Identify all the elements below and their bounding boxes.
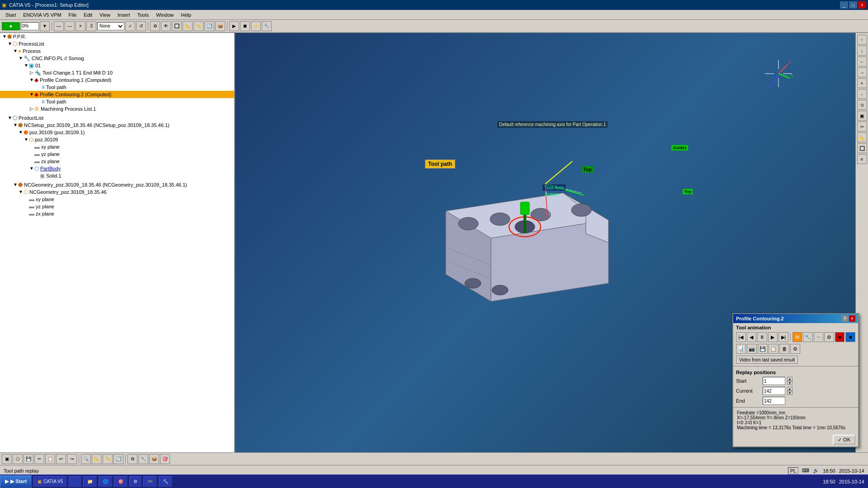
tree-poz2[interactable]: ▼ ⬡ poz.30109 xyxy=(0,136,234,143)
tree-ppr[interactable]: ▼ ⬟ P.P.R. xyxy=(0,33,234,40)
rt-btn-3[interactable]: ← xyxy=(857,56,867,66)
expander-ncsetup[interactable]: ▼ xyxy=(13,122,18,128)
bt-btn-4[interactable]: ✂ xyxy=(34,454,44,464)
btn-camera[interactable]: 📷 xyxy=(747,344,757,354)
bt-btn-3[interactable]: 💾 xyxy=(24,454,33,464)
current-spin-down[interactable]: ▼ xyxy=(787,391,793,395)
menu-enovia[interactable]: ENOVIA V5 VPM xyxy=(19,11,65,19)
bt-btn-6[interactable]: ↩ xyxy=(56,454,66,464)
expander-cncinfo[interactable]: ▼ xyxy=(18,56,24,61)
expander-profile1[interactable]: ▼ xyxy=(29,77,34,83)
expander-toolchange[interactable]: ▷ xyxy=(29,70,34,75)
anim-prev[interactable]: ◀ xyxy=(747,332,757,342)
tb-btn-cancel2[interactable]: ↺ xyxy=(136,21,146,31)
tree-profile2[interactable]: ▼ ◆ Profile Contouring.2 (Computed) xyxy=(0,91,234,98)
tb-nc4[interactable]: 🔧 xyxy=(262,21,272,31)
bt-btn-11[interactable]: 🔄 xyxy=(113,454,123,464)
tree-productlist[interactable]: ▼ ⬡ ProductList xyxy=(0,114,234,122)
start-spin-up[interactable]: ▲ xyxy=(787,377,793,381)
tree-ncgeom[interactable]: ▼ ⬟ NCGeometry_poz.30109_18.35.46 (NCGeo… xyxy=(0,181,234,188)
tree-toolpath1[interactable]: ≡ Tool path xyxy=(0,84,234,91)
tree-machining[interactable]: ▷ ⚙ Machining Process List.1 xyxy=(0,105,234,113)
bt-btn-14[interactable]: 📦 xyxy=(149,454,159,464)
dialog-help-btn[interactable]: ? xyxy=(842,315,848,322)
rt-btn-9[interactable]: ✂ xyxy=(857,122,867,131)
menu-start[interactable]: Start xyxy=(2,11,19,19)
taskbar-catia[interactable]: ▣ CATIA V5 xyxy=(33,476,67,487)
tree-process[interactable]: ▼ ● Process xyxy=(0,47,234,55)
menu-file[interactable]: File xyxy=(65,11,80,19)
expander-xy2[interactable] xyxy=(24,197,29,202)
tb-btn-3[interactable]: — xyxy=(65,21,75,31)
rt-btn-6[interactable]: - xyxy=(857,89,867,99)
tb-view4[interactable]: 📏 xyxy=(193,21,203,31)
tb-btn-2[interactable]: — xyxy=(54,21,64,31)
anim-pause[interactable]: ⏸ xyxy=(757,332,767,342)
bt-btn-12[interactable]: ⚙ xyxy=(127,454,137,464)
anim-tool[interactable]: 🔧 xyxy=(803,332,813,342)
start-button[interactable]: ▶ ▶ Start xyxy=(0,475,32,488)
btn-analyze[interactable]: 📊 xyxy=(736,344,746,354)
btn-settings2[interactable]: ⚙ xyxy=(790,344,800,354)
tb-view1[interactable]: 👁 xyxy=(161,21,171,31)
rt-btn-11[interactable]: 🔲 xyxy=(857,143,867,153)
bt-btn-15[interactable]: 🎯 xyxy=(160,454,170,464)
tree-zx1[interactable]: ▬ zx plane xyxy=(0,158,234,165)
tree-ncgeom2[interactable]: ▼ ⬡ NCGeometry_poz.30109_18.35.46 xyxy=(0,188,234,196)
expander-xy1[interactable] xyxy=(29,144,34,150)
btn-save[interactable]: 💾 xyxy=(758,344,768,354)
expander-process[interactable]: ▼ xyxy=(13,48,18,54)
video-btn[interactable]: Video from last saved result xyxy=(736,356,798,364)
anim-color1[interactable]: ■ xyxy=(835,332,845,342)
expander-zx2[interactable] xyxy=(24,211,29,216)
menu-edit[interactable]: Edit xyxy=(80,11,96,19)
taskbar-word[interactable]: W xyxy=(69,476,81,487)
taskbar-app6[interactable]: 🎮 xyxy=(143,476,157,487)
tb-gear[interactable]: ⚙ xyxy=(150,21,160,31)
tree-01[interactable]: ▼ ▣ 01 xyxy=(0,62,234,69)
start-spin-down[interactable]: ▼ xyxy=(787,381,793,385)
tree-xy1[interactable]: ▬ xy plane xyxy=(0,143,234,150)
tb-btn-apply[interactable]: ✓ xyxy=(125,21,135,31)
expander-machining[interactable]: ▷ xyxy=(29,106,34,112)
tree-ncsetup[interactable]: ▼ ⬟ NCSetup_poz.30109_18.35.46 (NCSetup_… xyxy=(0,122,234,129)
expander-yz2[interactable] xyxy=(24,204,29,209)
tb-nc2[interactable]: ⏹ xyxy=(240,21,250,31)
tb-view3[interactable]: 📐 xyxy=(183,21,193,31)
tree-yz2[interactable]: ▬ yz plane xyxy=(0,203,234,210)
tree-poz[interactable]: ▼ ⬟ poz.30109 (poz.30109.1) xyxy=(0,129,234,136)
rt-btn-2[interactable]: ↓ xyxy=(857,46,867,56)
maximize-btn[interactable]: □ xyxy=(849,1,857,9)
expander-toolpath1[interactable] xyxy=(36,84,42,90)
expander-yz1[interactable] xyxy=(29,151,34,157)
bt-btn-2[interactable]: ⬡ xyxy=(13,454,23,464)
bt-btn-13[interactable]: 🔧 xyxy=(138,454,148,464)
tree-toolpath2[interactable]: ≡ Tool path xyxy=(0,98,234,105)
start-input[interactable]: 1 xyxy=(763,377,785,385)
tree-zx2[interactable]: ▬ zx plane xyxy=(0,210,234,217)
bt-btn-9[interactable]: 📐 xyxy=(92,454,102,464)
expander-zx1[interactable] xyxy=(29,159,34,164)
bt-btn-1[interactable]: ▣ xyxy=(2,454,12,464)
current-input[interactable]: 142 xyxy=(763,387,785,395)
anim-fwd[interactable]: ▶| xyxy=(778,332,788,342)
btn-copy[interactable]: 📋 xyxy=(769,344,778,354)
menu-insert[interactable]: Insert xyxy=(114,11,134,19)
menu-tools[interactable]: Tools xyxy=(133,11,152,19)
tb-btn-5[interactable]: 3 xyxy=(86,21,96,31)
rt-btn-1[interactable]: ↑ xyxy=(857,35,867,45)
rt-btn-8[interactable]: ▣ xyxy=(857,111,867,121)
bt-btn-10[interactable]: 📏 xyxy=(103,454,113,464)
rt-btn-10[interactable]: 📐 xyxy=(857,132,867,142)
rt-btn-4[interactable]: → xyxy=(857,67,867,77)
tree-xy2[interactable]: ▬ xy plane xyxy=(0,196,234,203)
expander-ppr[interactable]: ▼ xyxy=(2,34,7,39)
rt-btn-12[interactable]: ≡ xyxy=(857,154,867,164)
taskbar-chrome[interactable]: 🌐 xyxy=(99,476,112,487)
tb-view2[interactable]: 🔲 xyxy=(172,21,182,31)
tree-yz1[interactable]: ▬ yz plane xyxy=(0,150,234,158)
ok-button[interactable]: ✓ OK xyxy=(833,435,855,445)
dialog-close-icon[interactable]: × xyxy=(849,315,855,322)
zoom-input[interactable]: 0% xyxy=(21,22,39,30)
taskbar-app4[interactable]: 🎯 xyxy=(114,476,127,487)
